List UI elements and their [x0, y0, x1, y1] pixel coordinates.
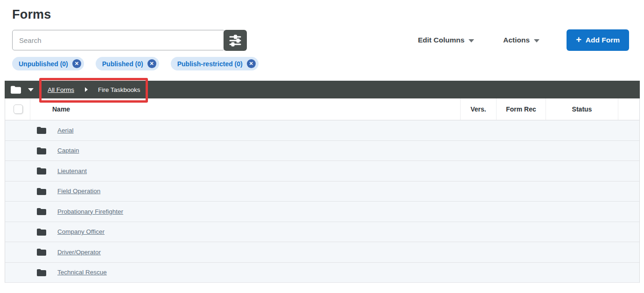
chip-label: Unpublished (0): [19, 60, 68, 68]
folder-link[interactable]: Lieutenant: [57, 167, 87, 174]
plus-icon: +: [576, 35, 581, 45]
column-header-vers[interactable]: Vers.: [460, 98, 496, 120]
folder-link[interactable]: Probationary Firefighter: [57, 208, 123, 215]
sliders-icon: [228, 34, 242, 47]
filter-chip-publish-restricted: Publish-restricted (0) ✕: [171, 57, 259, 70]
folder-link[interactable]: Technical Rescue: [57, 269, 107, 276]
folder-icon: [37, 208, 46, 215]
search-input[interactable]: [12, 30, 225, 50]
edit-columns-dropdown[interactable]: Edit Columns: [418, 36, 474, 44]
breadcrumb-current-folder: Fire Taskbooks: [98, 86, 140, 93]
close-icon[interactable]: ✕: [247, 59, 256, 68]
folder-icon[interactable]: [11, 85, 21, 94]
add-form-button[interactable]: + Add Form: [567, 29, 629, 51]
chip-label: Published (0): [102, 60, 143, 68]
search-group: [12, 30, 247, 51]
folder-link[interactable]: Captain: [57, 147, 79, 154]
column-header-empty: [618, 98, 639, 120]
table-row: Aerial: [5, 120, 639, 141]
add-form-label: Add Form: [586, 36, 620, 44]
edit-columns-label: Edit Columns: [418, 36, 464, 44]
folder-icon: [37, 167, 46, 174]
folder-link[interactable]: Aerial: [57, 127, 74, 134]
select-all-cell: [5, 98, 30, 120]
folder-link[interactable]: Field Operation: [57, 188, 100, 195]
breadcrumb-bar: All Forms Fire Taskbooks: [5, 81, 640, 98]
filter-chip-unpublished: Unpublished (0) ✕: [12, 57, 84, 70]
actions-dropdown[interactable]: Actions: [503, 36, 539, 44]
chevron-down-icon[interactable]: [28, 88, 34, 91]
table-row: Captain: [5, 141, 639, 161]
folder-icon: [37, 269, 46, 276]
folder-icon: [37, 188, 46, 195]
close-icon[interactable]: ✕: [72, 59, 81, 68]
table-row: Driver/Operator: [5, 242, 639, 263]
folder-icon: [37, 147, 46, 154]
page-title: Forms: [12, 7, 51, 22]
forms-table: Name Vers. Form Rec Status Aerial Captai…: [5, 98, 640, 283]
folder-icon: [37, 248, 46, 256]
folder-icon: [37, 228, 46, 236]
column-header-name[interactable]: Name: [30, 98, 460, 120]
table-row: Company Officer: [5, 222, 639, 243]
chevron-down-icon: [469, 39, 474, 42]
toolbar-actions: Edit Columns Actions + Add Form: [418, 29, 629, 51]
table-row: Technical Rescue: [5, 263, 639, 283]
folder-link[interactable]: Driver/Operator: [57, 249, 101, 256]
filter-button[interactable]: [224, 30, 247, 51]
chevron-down-icon: [534, 39, 539, 42]
select-all-checkbox[interactable]: [14, 105, 23, 114]
column-header-status[interactable]: Status: [546, 98, 618, 120]
filter-chips-row: Unpublished (0) ✕ Published (0) ✕ Publis…: [12, 57, 270, 70]
table-row: Field Operation: [5, 181, 639, 202]
close-icon[interactable]: ✕: [147, 59, 156, 68]
column-header-form-rec[interactable]: Form Rec: [496, 98, 546, 120]
forms-page: Forms Edi: [0, 0, 644, 293]
folder-link[interactable]: Company Officer: [57, 228, 105, 235]
actions-label: Actions: [503, 36, 530, 44]
breadcrumb-separator-icon: [85, 87, 88, 92]
breadcrumb-all-forms-link[interactable]: All Forms: [48, 86, 74, 93]
filter-chip-published: Published (0) ✕: [96, 57, 159, 70]
chip-label: Publish-restricted (0): [177, 60, 243, 68]
table-header-row: Name Vers. Form Rec Status: [5, 98, 639, 120]
table-row: Probationary Firefighter: [5, 202, 639, 222]
table-row: Lieutenant: [5, 161, 639, 181]
folder-icon: [37, 126, 46, 134]
